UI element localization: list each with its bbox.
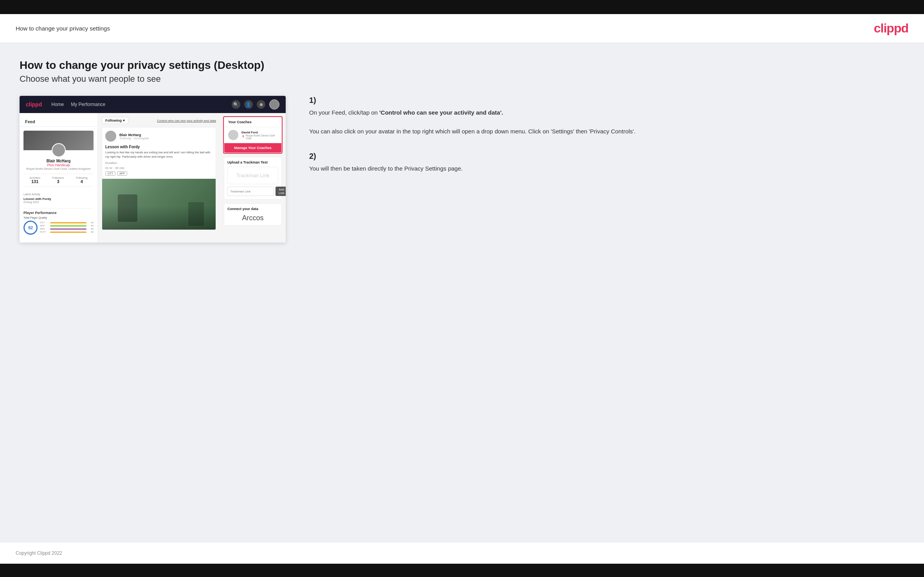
profile-card: Blair McHarg Plus Handicap Royal North D… xyxy=(20,127,97,239)
coach-item: David Ford 📍 Royal North Devon Golf Club xyxy=(224,127,281,143)
bar-ott: OTT 90 xyxy=(40,221,94,224)
post-date: Yesterday · Sunningdale xyxy=(119,137,149,140)
following-btn-label: Following xyxy=(105,119,122,122)
post-author-name: Blair McHarg xyxy=(119,133,149,137)
bar-putt: PUTT 96 xyxy=(40,231,94,233)
bar-arg: ARG 86 xyxy=(40,228,94,230)
putt-label: PUTT xyxy=(40,231,49,233)
instructions-panel: 1) On your Feed, click/tap on 'Control w… xyxy=(301,96,904,189)
coach-avatar xyxy=(228,130,238,140)
top-bar xyxy=(0,0,924,14)
latest-activity-date: 03 Aug 2022 xyxy=(23,201,94,203)
site-header: How to change your privacy settings clip… xyxy=(0,14,924,43)
ott-value: 90 xyxy=(88,221,94,224)
app-sidebar: Feed Blair McHarg Plus Handicap Royal No… xyxy=(20,113,98,243)
compass-icon[interactable]: ⊕ xyxy=(257,100,265,109)
post-title: Lesson with Fordy xyxy=(102,145,216,151)
footer-text: Copyright Clippd 2022 xyxy=(16,550,62,556)
manage-coaches-button[interactable]: Manage Your Coaches xyxy=(224,143,281,153)
stats-row: Activities 131 Followers 3 Following 4 xyxy=(23,174,94,187)
post-tags: OTT APP xyxy=(102,171,216,179)
coach-club: 📍 Royal North Devon Golf Club xyxy=(241,134,277,140)
coach-info: David Ford 📍 Royal North Devon Golf Club xyxy=(241,131,277,140)
step1-number: 1) xyxy=(309,96,904,105)
post-image-overlay xyxy=(102,206,216,230)
privacy-link[interactable]: Control who can see your activity and da… xyxy=(157,119,216,122)
clippd-logo: clippd xyxy=(874,21,908,36)
step2-number: 2) xyxy=(309,152,904,161)
search-icon[interactable]: 🔍 xyxy=(232,100,240,109)
person-icon[interactable]: 👤 xyxy=(244,100,253,109)
quality-label: Total Player Quality xyxy=(23,216,94,219)
followers-value: 3 xyxy=(52,179,64,184)
chevron-down-icon: ▾ xyxy=(123,119,125,122)
putt-value: 96 xyxy=(88,231,94,233)
page-title: How to change your privacy settings (Des… xyxy=(20,59,904,72)
mock-app: clippd Home My Performance 🔍 👤 ⊕ Feed xyxy=(20,96,286,243)
arg-value: 86 xyxy=(88,228,94,230)
trackman-card: Upload a Trackman Test Trackman Link Add… xyxy=(224,157,282,200)
page-subtitle: Choose what you want people to see xyxy=(20,74,904,84)
app-navbar: clippd Home My Performance 🔍 👤 ⊕ xyxy=(20,96,286,113)
app-label: APP xyxy=(40,225,49,227)
instruction-1: 1) On your Feed, click/tap on 'Control w… xyxy=(309,96,904,136)
stat-following: Following 4 xyxy=(76,176,88,184)
latest-activity-label: Latest Activity xyxy=(23,191,94,197)
ott-label: OTT xyxy=(40,221,49,224)
user-avatar-nav[interactable] xyxy=(269,99,279,110)
quality-bars: OTT 90 APP 85 xyxy=(40,221,94,234)
bar-app: APP 85 xyxy=(40,225,94,227)
site-footer: Copyright Clippd 2022 xyxy=(0,542,924,564)
profile-avatar xyxy=(52,143,66,157)
location-icon: 📍 xyxy=(241,135,245,138)
nav-home[interactable]: Home xyxy=(51,102,64,107)
app-right-panel: Your Coaches David Ford 📍 Royal North De… xyxy=(220,113,286,243)
nav-my-performance[interactable]: My Performance xyxy=(71,102,105,107)
trackman-input-row: Add Link xyxy=(227,187,278,196)
stat-activities: Activities 131 xyxy=(29,176,40,184)
tag-ott: OTT xyxy=(105,171,115,176)
profile-name: Blair McHarg xyxy=(23,159,94,163)
post-author-avatar xyxy=(105,131,116,142)
coach-name: David Ford xyxy=(241,131,277,134)
bottom-bar xyxy=(0,564,924,577)
stat-followers: Followers 3 xyxy=(52,176,64,184)
add-link-button[interactable]: Add Link xyxy=(276,187,286,196)
step1-text: On your Feed, click/tap on 'Control who … xyxy=(309,108,904,136)
feed-tab[interactable]: Feed xyxy=(20,117,97,127)
nav-icons: 🔍 👤 ⊕ xyxy=(232,99,279,110)
profile-banner xyxy=(23,131,94,150)
app-value: 85 xyxy=(88,225,94,227)
main-content: How to change your privacy settings (Des… xyxy=(0,43,924,542)
profile-info: Blair McHarg Plus Handicap Royal North D… xyxy=(23,159,94,171)
header-title: How to change your privacy settings xyxy=(16,25,110,32)
trackman-input[interactable] xyxy=(227,187,274,196)
following-bar: Following ▾ Control who can see your act… xyxy=(102,117,216,124)
activities-label: Activities xyxy=(29,176,40,179)
post-duration: 01 hr : 30 min xyxy=(102,166,216,170)
tag-app: APP xyxy=(117,171,127,176)
connect-card: Connect your data Arccos xyxy=(224,203,282,226)
following-label: Following xyxy=(76,176,88,179)
performance-section: Player Performance Total Player Quality … xyxy=(23,208,94,235)
trackman-title: Upload a Trackman Test xyxy=(227,160,278,164)
arg-label: ARG xyxy=(40,228,49,230)
following-button[interactable]: Following ▾ xyxy=(102,117,128,124)
coaches-title: Your Coaches xyxy=(224,117,281,127)
post-duration-label: Duration xyxy=(102,161,216,165)
demo-row: clippd Home My Performance 🔍 👤 ⊕ Feed xyxy=(20,96,904,243)
connect-title: Connect your data xyxy=(227,207,278,211)
profile-handicap: Plus Handicap xyxy=(23,163,94,167)
quality-score: 92 xyxy=(23,221,38,235)
trackman-placeholder: Trackman Link xyxy=(227,167,278,184)
app-logo: clippd xyxy=(26,101,42,108)
followers-label: Followers xyxy=(52,176,64,179)
instruction-2: 2) You will then be taken directly to th… xyxy=(309,152,904,173)
app-feed: Following ▾ Control who can see your act… xyxy=(98,113,220,243)
arccos-logo: Arccos xyxy=(227,214,278,222)
performance-title: Player Performance xyxy=(23,211,94,215)
post-card: Blair McHarg Yesterday · Sunningdale Les… xyxy=(102,127,216,230)
latest-activity-name: Lesson with Fordy xyxy=(23,197,94,201)
profile-club: Royal North Devon Golf Club, United King… xyxy=(23,167,94,171)
coaches-section: Your Coaches David Ford 📍 Royal North De… xyxy=(224,117,282,153)
